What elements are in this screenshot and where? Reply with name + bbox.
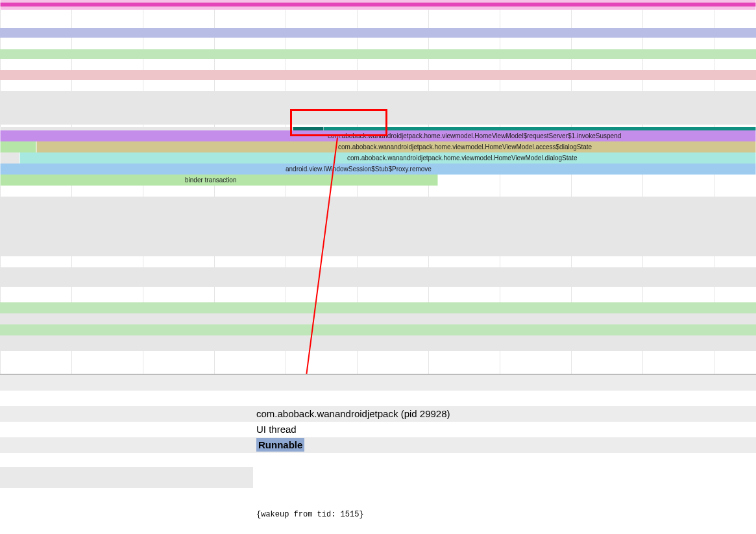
trace-seg-olive[interactable]: com.aboback.wanandroidjetpack.home.viewm… bbox=[36, 141, 756, 152]
wakeup-text: {wakeup from tid: 1515} bbox=[256, 510, 364, 519]
trace-label: android.view.IWindowSession$Stub$Proxy.r… bbox=[283, 166, 432, 173]
trace-seg-blue[interactable]: android.view.IWindowSession$Stub$Proxy.r… bbox=[0, 164, 756, 175]
track-band-lavender[interactable] bbox=[0, 28, 756, 38]
trace-label: binder transaction bbox=[182, 177, 237, 184]
track-band-grey3[interactable] bbox=[0, 267, 756, 287]
trace-seg-binder[interactable]: binder transaction bbox=[0, 175, 438, 186]
detail-process-row: com.aboback.wanandroidjetpack (pid 29928… bbox=[0, 406, 756, 422]
track-band-grey-group[interactable] bbox=[0, 91, 756, 125]
track-band-pinkred[interactable] bbox=[0, 70, 756, 80]
detail-process: com.aboback.wanandroidjetpack (pid 29928… bbox=[256, 408, 450, 419]
track-row-binder[interactable]: binder transaction bbox=[0, 175, 756, 186]
side-stub bbox=[0, 467, 253, 488]
detail-spacer bbox=[0, 453, 756, 468]
detail-panel: com.aboback.wanandroidjetpack (pid 29928… bbox=[0, 374, 756, 534]
track-band-grey5[interactable] bbox=[0, 335, 756, 351]
track-band-green3[interactable] bbox=[0, 324, 756, 335]
detail-state: Runnable bbox=[256, 438, 304, 452]
trace-label: com.aboback.wanandroidjetpack.home.viewm… bbox=[335, 144, 592, 151]
detail-spacer bbox=[0, 391, 756, 406]
trace-seg-aqua[interactable]: com.aboback.wanandroidjetpack.home.viewm… bbox=[19, 152, 756, 164]
trace-segment-stripe[interactable] bbox=[0, 3, 756, 6]
track-empty bbox=[0, 15, 756, 28]
track-row-iwindow[interactable]: android.view.IWindowSession$Stub$Proxy.r… bbox=[0, 164, 756, 175]
track-band-green2[interactable] bbox=[0, 302, 756, 313]
trace-timeline[interactable]: com.aboback.wanandroidjetpack.home.viewm… bbox=[0, 0, 756, 374]
track-band-green1[interactable] bbox=[0, 49, 756, 59]
track-row-dialog[interactable]: com.aboback.wanandroidjetpack.home.viewm… bbox=[0, 152, 756, 164]
detail-state-row: Runnable bbox=[0, 437, 756, 453]
track-band-grey4[interactable] bbox=[0, 313, 756, 324]
track-row-invoke[interactable]: com.aboback.wanandroidjetpack.home.viewm… bbox=[0, 130, 756, 141]
trace-seg[interactable] bbox=[0, 141, 36, 152]
trace-seg-purple[interactable]: com.aboback.wanandroidjetpack.home.viewm… bbox=[0, 130, 756, 141]
track-band-grey2[interactable] bbox=[0, 197, 756, 256]
detail-spacer bbox=[0, 375, 756, 391]
detail-thread: UI thread bbox=[256, 424, 297, 435]
track-row-access[interactable]: com.aboback.wanandroidjetpack.home.viewm… bbox=[0, 141, 756, 152]
trace-label: com.aboback.wanandroidjetpack.home.viewm… bbox=[345, 155, 577, 162]
detail-thread-row: UI thread bbox=[0, 422, 756, 437]
track-band-pink[interactable] bbox=[0, 0, 756, 10]
trace-seg[interactable] bbox=[0, 152, 19, 164]
trace-label: com.aboback.wanandroidjetpack.home.viewm… bbox=[325, 133, 621, 140]
